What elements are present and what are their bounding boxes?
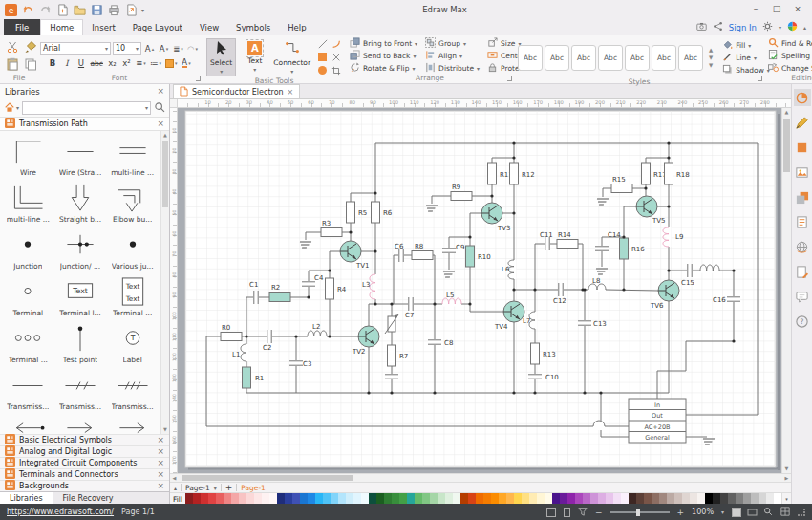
color-swatch[interactable] [224,493,231,504]
tab-insert[interactable]: Insert [83,19,123,35]
style-preset-3[interactable]: Abc [571,45,596,71]
style-preset-2[interactable]: Abc [545,45,569,71]
canvas-horizontal-scrollbar[interactable]: ◀ ▶ [170,473,791,482]
stencil-shape-various-ju-[interactable]: Various ju... [106,228,159,274]
color-swatch[interactable] [292,493,300,504]
group-button[interactable]: Group▾ [425,37,480,49]
help-icon[interactable]: ? [794,313,811,330]
color-swatch[interactable] [262,493,269,504]
page-tab-active[interactable]: Page-1 [241,484,266,492]
color-swatch[interactable] [728,493,736,504]
linespacing-button[interactable]: ≡▾ [135,57,147,70]
language-icon[interactable] [787,21,798,33]
color-swatch[interactable] [277,493,285,504]
stencil-shape-arrow[interactable] [2,415,54,434]
color-swatch[interactable] [743,493,751,504]
increase-font-icon[interactable]: A▴ [143,42,156,54]
color-swatch[interactable] [430,493,438,504]
color-swatch[interactable] [193,493,201,504]
zoom-in-button[interactable]: + [677,508,685,517]
color-swatch[interactable] [483,493,491,504]
library-section-analog-and-digital-logic[interactable]: Analog and Digital Logic× [0,445,169,457]
style-preset-6[interactable]: Abc [652,45,676,71]
share-icon[interactable] [713,21,723,33]
section-close-icon[interactable]: × [157,482,164,490]
font-size-combo[interactable]: 10▾ [113,42,141,55]
color-swatch[interactable] [674,493,682,504]
library-section-integrated-circuit-components[interactable]: Integrated Circuit Components× [0,457,169,468]
align-button[interactable]: Align▾ [425,50,480,61]
close-button[interactable]: × [787,2,808,17]
stencil-shape-terminal-[interactable]: Terminal ... [2,321,54,368]
layer-icon[interactable] [794,188,811,206]
media-icon[interactable] [696,21,707,33]
style-preset-4[interactable]: Abc [598,45,623,71]
distribute-button[interactable]: Distribute▾ [425,62,480,74]
line-tool-icon[interactable] [316,37,329,50]
stencil-shape-elbow-bu-[interactable]: Elbow bu... [106,181,159,228]
page-dropdown[interactable]: Page-1 [185,484,210,492]
color-swatch[interactable] [613,493,621,504]
color-swatch[interactable] [667,493,674,504]
color-swatch[interactable] [682,493,690,504]
color-swatch[interactable] [338,493,346,504]
highlight-button[interactable]: ▾ [164,57,179,70]
color-swatch[interactable] [720,493,728,504]
library-section-basic-electrical-symbols[interactable]: Basic Electrical Symbols× [0,434,169,445]
stencil-shape-multi-line-[interactable]: multi-line ... [2,181,54,228]
color-swatch[interactable] [208,493,216,504]
color-swatch[interactable] [491,493,499,504]
color-swatch[interactable] [308,493,315,504]
find-replace-button[interactable]: Find & Replace [768,37,812,49]
color-swatch[interactable] [697,493,705,504]
scroll-left-icon[interactable]: ◀ [170,474,179,482]
rotate-flip-button[interactable]: Rotate & Flip▾ [350,62,417,74]
edrawsoft-link[interactable]: https://www.edrawsoft.com/ [7,508,114,516]
text-arc-icon[interactable]: ◠▾ [186,42,199,54]
color-swatch[interactable] [438,493,445,504]
filter-icon[interactable] [578,507,588,518]
color-swatch[interactable] [246,493,254,504]
color-swatch[interactable] [659,493,667,504]
color-swatch[interactable] [201,493,208,504]
zoom-out-button[interactable]: − [595,508,603,517]
library-section-terminals-and-connectors[interactable]: Terminals and Connectors× [0,468,169,480]
styles-dialog-launcher[interactable] [758,76,762,81]
color-swatch[interactable] [652,493,659,504]
zoom-fit-icon[interactable] [763,507,773,518]
color-swatch[interactable] [522,493,529,504]
scroll-down-icon[interactable]: ▼ [161,425,169,434]
stencil-shape-arrow[interactable] [54,415,107,434]
scroll-up-icon[interactable]: ▲ [782,108,791,117]
color-swatch[interactable] [476,493,483,504]
color-swatch[interactable] [285,493,292,504]
stencil-shape-terminal-l-[interactable]: TextTerminal l... [54,274,107,321]
print-icon[interactable] [107,3,121,17]
document-tab[interactable]: Semiconductor Electron × [173,84,300,98]
tab-help[interactable]: Help [279,19,314,35]
library-search-input[interactable] [25,103,145,112]
library-home-button[interactable]: ▾ [4,101,19,115]
maximize-button[interactable]: □ [766,2,787,17]
bring-to-front-button[interactable]: Bring to Front▾ [350,37,417,49]
stencil-shape-multi-line-[interactable]: multi-line ... [106,134,159,181]
export-icon[interactable] [124,3,139,17]
section-close-icon[interactable]: × [157,470,164,479]
stencil-shape-arrow[interactable] [106,415,159,434]
fit-width-icon[interactable] [748,509,758,515]
styles-scroll-arrows[interactable]: ▲▼▼ [707,47,715,68]
color-swatch[interactable] [376,493,384,504]
section-close-icon[interactable]: × [157,459,164,467]
color-swatch[interactable] [346,493,353,504]
color-swatch[interactable] [216,493,224,504]
color-swatch[interactable] [537,493,545,504]
bullets-button[interactable]: ≔▾ [149,57,162,70]
style-preset-5[interactable]: Abc [625,45,650,71]
color-swatch[interactable] [552,493,560,504]
fill-icon[interactable] [794,139,811,156]
color-swatch[interactable] [254,493,262,504]
sidebar-tab-file-recovery[interactable]: File Recovery [53,492,123,504]
font-name-combo[interactable]: Arial▾ [40,42,111,55]
style-preset-1[interactable]: Abc [518,45,543,71]
color-swatch[interactable] [468,493,476,504]
